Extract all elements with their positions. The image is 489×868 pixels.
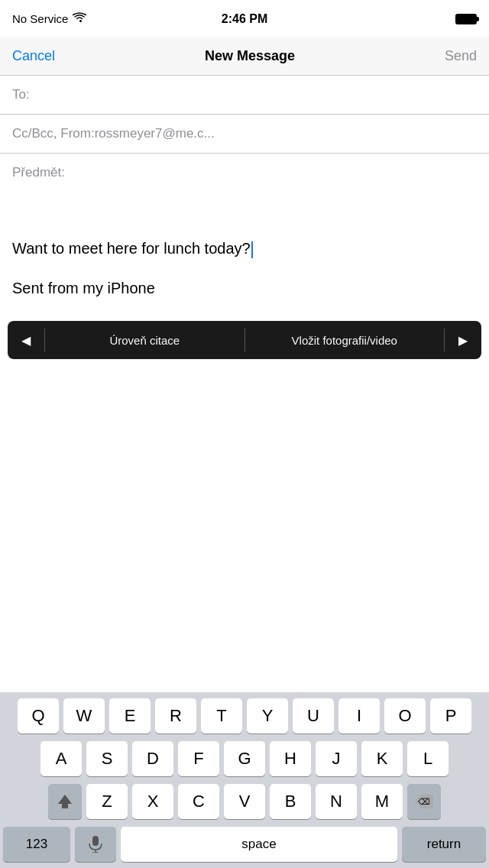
status-bar: No Service 2:46 PM	[0, 0, 489, 37]
key-m[interactable]: M	[361, 784, 403, 819]
ccbcc-label: Cc/Bcc, From:	[12, 126, 95, 141]
key-t[interactable]: T	[201, 698, 242, 734]
context-quote-level-button[interactable]: Úroveň citace	[45, 321, 244, 359]
context-insert-photo-button[interactable]: Vložit fotografii/video	[245, 321, 445, 359]
keyboard-row-2: A S D F G H J K L	[3, 741, 486, 776]
nav-title: New Message	[205, 48, 295, 64]
key-p[interactable]: P	[430, 698, 471, 734]
keyboard: Q W E R T Y U I O P A S D F G H J K L Z …	[0, 692, 489, 868]
body-area[interactable]: Want to meet here for lunch today?	[0, 192, 489, 265]
key-a[interactable]: A	[40, 741, 82, 776]
shift-key[interactable]	[48, 784, 82, 819]
signature-text: Sent from my iPhone	[0, 265, 489, 305]
context-menu-toolbar: ◀ Úroveň citace Vložit fotografii/video …	[8, 321, 481, 359]
text-cursor	[251, 241, 253, 258]
key-c[interactable]: C	[178, 784, 219, 819]
svg-marker-0	[58, 795, 72, 808]
keyboard-row-1: Q W E R T Y U I O P	[3, 698, 486, 734]
mic-key[interactable]	[75, 827, 116, 862]
cancel-button[interactable]: Cancel	[12, 48, 55, 64]
space-key[interactable]: space	[121, 827, 397, 862]
key-g[interactable]: G	[224, 741, 265, 776]
subject-label: Předmět:	[12, 165, 65, 180]
key-k[interactable]: K	[361, 741, 403, 776]
to-field-row[interactable]: To:	[0, 76, 489, 114]
to-label: To:	[12, 87, 50, 102]
key-f[interactable]: F	[178, 741, 219, 776]
key-s[interactable]: S	[86, 741, 128, 776]
context-prev-button[interactable]: ◀	[8, 321, 44, 359]
key-v[interactable]: V	[224, 784, 265, 819]
key-w[interactable]: W	[63, 698, 105, 734]
svg-rect-2	[92, 836, 99, 846]
key-j[interactable]: J	[316, 741, 357, 776]
send-button[interactable]: Send	[445, 48, 477, 64]
status-right	[324, 14, 477, 24]
key-o[interactable]: O	[384, 698, 426, 734]
body-text: Want to meet here for lunch today?	[12, 240, 253, 257]
ccbcc-field-row[interactable]: Cc/Bcc, From: rossmeyer7@me.c...	[0, 115, 489, 153]
key-i[interactable]: I	[338, 698, 380, 734]
key-u[interactable]: U	[293, 698, 334, 734]
keyboard-row-4: 123 space return	[3, 827, 486, 862]
key-d[interactable]: D	[132, 741, 173, 776]
context-next-button[interactable]: ▶	[445, 321, 481, 359]
status-time: 2:46 PM	[222, 12, 267, 26]
key-h[interactable]: H	[270, 741, 311, 776]
svg-text:⌫: ⌫	[418, 797, 430, 806]
battery-icon	[455, 14, 477, 24]
nav-bar: Cancel New Message Send	[0, 37, 489, 76]
key-l[interactable]: L	[407, 741, 449, 776]
return-key[interactable]: return	[402, 827, 486, 862]
subject-field-row[interactable]: Předmět:	[0, 154, 489, 192]
ccbcc-value: rossmeyer7@me.c...	[95, 126, 477, 141]
key-r[interactable]: R	[155, 698, 196, 734]
status-left: No Service	[12, 12, 165, 25]
key-q[interactable]: Q	[18, 698, 59, 734]
key-n[interactable]: N	[316, 784, 357, 819]
key-e[interactable]: E	[109, 698, 151, 734]
delete-key[interactable]: ⌫	[407, 784, 441, 819]
key-y[interactable]: Y	[247, 698, 288, 734]
key-z[interactable]: Z	[86, 784, 128, 819]
key-123[interactable]: 123	[3, 827, 70, 862]
wifi-icon	[73, 12, 86, 25]
key-x[interactable]: X	[132, 784, 173, 819]
key-b[interactable]: B	[270, 784, 311, 819]
carrier-label: No Service	[12, 12, 68, 25]
keyboard-row-3: Z X C V B N M ⌫	[3, 784, 486, 819]
